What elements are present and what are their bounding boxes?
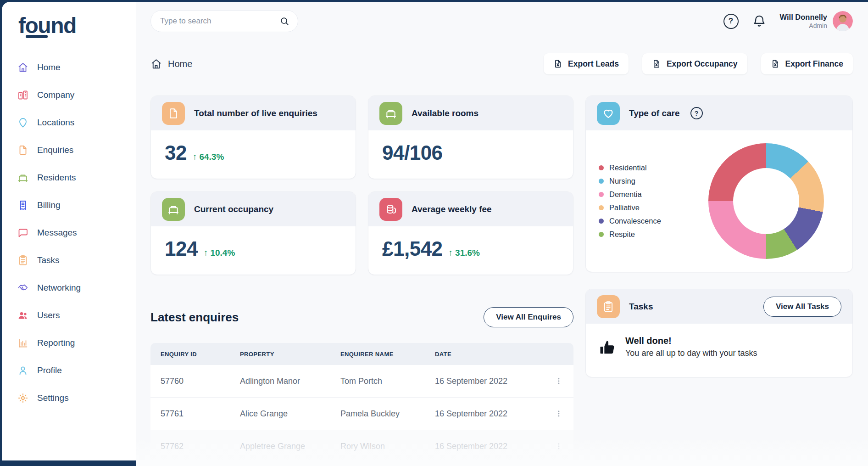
sidebar-nav: Home Company Locations Enquiries Residen… [17, 54, 136, 412]
tasks-card: Tasks View All Tasks Well done! You are … [585, 289, 853, 377]
bed-icon [17, 172, 28, 183]
type-of-care-donut [708, 143, 824, 259]
export-button-export-finance[interactable]: Export Finance [761, 53, 853, 74]
latest-enquiries-title: Latest enquires [150, 310, 239, 325]
export-button-export-leads[interactable]: Export Leads [544, 53, 629, 74]
clipboard-icon [17, 255, 28, 266]
cell-enquirer-name: Rory Wilson [340, 442, 435, 451]
sidebar-item-locations[interactable]: Locations [17, 109, 136, 136]
help-icon[interactable] [723, 14, 739, 29]
dashboard-left: Total number of live enquiries 32 64.3% [150, 95, 573, 463]
table-row-57762[interactable]: 57762 Appletree Grange Rory Wilson 16 Se… [150, 430, 573, 463]
search-icon[interactable] [279, 16, 289, 26]
cell-enquiry-id: 57760 [161, 376, 240, 386]
dashboard: Total number of live enquiries 32 64.3% [150, 95, 853, 463]
cell-property: Adlington Manor [240, 376, 340, 386]
stat-card-title: Current occupancy [194, 204, 273, 214]
document-icon [17, 145, 28, 156]
sidebar-item-billing[interactable]: Billing [17, 191, 136, 219]
sidebar-item-settings[interactable]: Settings [17, 384, 136, 412]
window-chrome-strip [0, 460, 136, 466]
type-of-care-body: Residential Nursing Dementia Palliativ [586, 130, 852, 272]
stat-card-body: 124 10.4% [151, 226, 356, 260]
excel-file-icon [553, 59, 562, 68]
buildings-icon [17, 90, 28, 101]
stat-card-available-rooms: Available rooms 94/106 [368, 95, 573, 179]
tasks-card-header: Tasks View All Tasks [586, 289, 852, 324]
sidebar-item-tasks[interactable]: Tasks [17, 247, 136, 274]
legend-item-dementia: Dementia [599, 188, 661, 201]
legend-label: Nursing [609, 177, 635, 185]
sidebar-item-home[interactable]: Home [17, 54, 136, 81]
bell-icon[interactable] [752, 14, 766, 28]
kebab-icon[interactable] [554, 376, 563, 386]
legend-item-convalescence: Convalescence [599, 214, 661, 228]
stat-card-total-number-of-live-enquiries: Total number of live enquiries 32 64.3% [150, 95, 356, 179]
legend-label: Residential [609, 163, 647, 172]
map-pin-icon [17, 117, 28, 128]
legend-label: Respite [609, 230, 635, 239]
table-row-57760[interactable]: 57760 Adlington Manor Tom Portch 16 Sept… [150, 365, 573, 398]
stat-card-title: Average weekly fee [412, 204, 492, 214]
sidebar-item-company[interactable]: Company [17, 81, 136, 109]
logo-ou: ou [25, 13, 50, 38]
stat-value: 94/106 [382, 141, 443, 164]
table-row-57761[interactable]: 57761 Alice Grange Pamela Buckley 16 Sep… [150, 398, 573, 430]
export-button-label: Export Leads [568, 59, 619, 69]
legend-item-nursing: Nursing [599, 174, 661, 188]
clipboard-icon [602, 301, 614, 313]
kebab-icon[interactable] [554, 409, 563, 418]
sidebar-item-networking[interactable]: Networking [17, 274, 136, 302]
enquiries-table: ENQUIRY IDPROPERTYENQUIRER NAMEDATE 5776… [150, 343, 573, 463]
cell-enquiry-id: 57762 [161, 442, 240, 451]
sidebar-item-label: Settings [37, 393, 69, 403]
topbar-actions: Will Donnelly Admin [723, 11, 853, 31]
stat-change-value: 31.6% [455, 248, 480, 258]
user-menu[interactable]: Will Donnelly Admin [780, 11, 853, 31]
search-input[interactable] [160, 17, 279, 26]
sidebar-item-reporting[interactable]: Reporting [17, 329, 136, 357]
type-of-care-header: Type of care [586, 96, 852, 130]
stat-value: 32 [165, 141, 187, 164]
export-buttons: Export Leads Export Occupancy Export Fin… [544, 53, 853, 74]
column-header: ENQUIRER NAME [340, 351, 435, 358]
search-bar [150, 10, 298, 32]
kebab-icon[interactable] [554, 442, 563, 451]
tasks-message-title: Well done! [625, 336, 757, 346]
stat-card-title: Total number of live enquiries [194, 108, 317, 118]
stat-cards: Total number of live enquiries 32 64.3% [150, 95, 573, 275]
export-button-label: Export Finance [785, 59, 843, 69]
enquiries-table-body: 57760 Adlington Manor Tom Portch 16 Sept… [150, 365, 573, 463]
view-all-tasks-button[interactable]: View All Tasks [763, 297, 841, 317]
bed-icon [167, 203, 179, 215]
export-button-export-occupancy[interactable]: Export Occupancy [642, 53, 747, 74]
tasks-card-body: Well done! You are all up to day with yo… [586, 324, 852, 358]
stat-change: 64.3% [193, 152, 224, 162]
stat-card-header: Average weekly fee [368, 192, 573, 226]
sidebar-item-label: Company [37, 90, 74, 100]
sidebar-item-residents[interactable]: Residents [17, 164, 136, 191]
heart-icon [602, 107, 614, 119]
type-of-care-card: Type of care Residential Nursing [585, 95, 853, 272]
breadcrumb[interactable]: Home [150, 58, 192, 70]
cell-enquiry-id: 57761 [161, 409, 240, 419]
avatar[interactable] [833, 11, 853, 31]
sidebar-item-users[interactable]: Users [17, 302, 136, 329]
stat-change: 10.4% [204, 248, 235, 258]
help-icon[interactable] [690, 107, 703, 119]
stat-card-body: £1,542 31.6% [368, 226, 573, 260]
sidebar-item-enquiries[interactable]: Enquiries [17, 136, 136, 164]
stat-card-average-weekly-fee: Average weekly fee £1,542 31.6% [368, 191, 573, 275]
sidebar: found Home Company Locations Enquiries R… [2, 2, 136, 466]
sidebar-item-label: Enquiries [37, 145, 73, 155]
cell-property: Appletree Grange [240, 442, 340, 451]
stat-card-header: Current occupancy [151, 192, 356, 226]
user-name: Will Donnelly [780, 13, 827, 22]
view-all-enquiries-button[interactable]: View All Enquires [484, 307, 573, 327]
brand-logo[interactable]: found [18, 13, 136, 38]
sidebar-item-label: Tasks [37, 255, 60, 265]
sidebar-item-profile[interactable]: Profile [17, 357, 136, 384]
sidebar-item-messages[interactable]: Messages [17, 219, 136, 247]
column-header: PROPERTY [240, 351, 340, 358]
sidebar-item-label: Locations [37, 118, 74, 128]
